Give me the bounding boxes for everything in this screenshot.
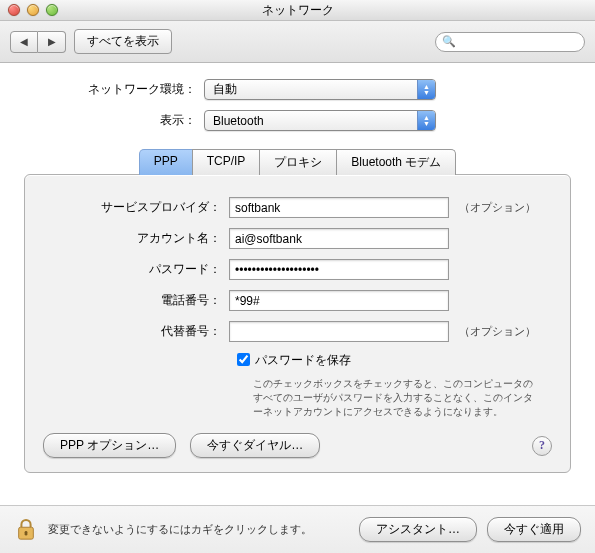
checkbox-save-password[interactable] [237,353,250,366]
optional-alt-phone: （オプション） [459,324,536,339]
row-alt-phone: 代替番号： （オプション） [43,321,552,342]
row-show: 表示： Bluetooth ▲▼ [24,110,571,131]
input-password[interactable] [229,259,449,280]
dial-now-button[interactable]: 今すぐダイヤル… [190,433,320,458]
popup-show[interactable]: Bluetooth ▲▼ [204,110,436,131]
footer: 変更できないようにするにはカギをクリックします。 アシスタント… 今すぐ適用 [0,505,595,553]
assistant-button[interactable]: アシスタント… [359,517,477,542]
label-account: アカウント名： [43,230,229,247]
search-field[interactable]: 🔍 [435,32,585,52]
tab-tcpip[interactable]: TCP/IP [192,149,261,175]
input-alt-phone[interactable] [229,321,449,342]
apply-now-button[interactable]: 今すぐ適用 [487,517,581,542]
chevron-updown-icon: ▲▼ [417,80,435,99]
popup-location[interactable]: 自動 ▲▼ [204,79,436,100]
label-provider: サービスプロバイダ： [43,199,229,216]
panel-button-row: PPP オプション… 今すぐダイヤル… ? [43,433,552,458]
show-all-button[interactable]: すべてを表示 [74,29,172,54]
label-save-password[interactable]: パスワードを保存 [255,352,351,369]
optional-provider: （オプション） [459,200,536,215]
popup-show-value: Bluetooth [213,114,264,128]
row-phone: 電話番号： [43,290,552,311]
search-icon: 🔍 [442,35,456,48]
tabbar: PPP TCP/IP プロキシ Bluetooth モデム [24,149,571,175]
popup-location-value: 自動 [213,81,237,98]
forward-button[interactable]: ▶ [38,31,66,53]
help-button[interactable]: ? [532,436,552,456]
search-input[interactable] [460,36,578,48]
ppp-panel: サービスプロバイダ： （オプション） アカウント名： パスワード： 電話番号： … [24,174,571,473]
chevron-updown-icon: ▲▼ [417,111,435,130]
input-phone[interactable] [229,290,449,311]
input-account[interactable] [229,228,449,249]
toolbar: ◀ ▶ すべてを表示 🔍 [0,21,595,63]
form-area: ネットワーク環境： 自動 ▲▼ 表示： Bluetooth ▲▼ PPP TCP… [0,63,595,473]
lock-icon[interactable] [14,516,38,544]
svg-rect-1 [25,530,28,535]
label-location: ネットワーク環境： [24,81,204,98]
tab-ppp[interactable]: PPP [139,149,193,175]
label-password: パスワード： [43,261,229,278]
row-provider: サービスプロバイダ： （オプション） [43,197,552,218]
row-location: ネットワーク環境： 自動 ▲▼ [24,79,571,100]
titlebar: ネットワーク [0,0,595,21]
nav-group: ◀ ▶ [10,31,66,53]
row-save-password: パスワードを保存 [237,352,552,369]
label-alt-phone: 代替番号： [43,323,229,340]
row-password: パスワード： [43,259,552,280]
label-phone: 電話番号： [43,292,229,309]
input-provider[interactable] [229,197,449,218]
label-show: 表示： [24,112,204,129]
row-account: アカウント名： [43,228,552,249]
back-button[interactable]: ◀ [10,31,38,53]
ppp-options-button[interactable]: PPP オプション… [43,433,176,458]
lock-text: 変更できないようにするにはカギをクリックします。 [48,522,349,537]
tab-proxy[interactable]: プロキシ [259,149,337,175]
hint-save-password: このチェックボックスをチェックすると、このコンピュータのすべてのユーザがパスワー… [253,377,542,419]
tab-bluetooth-modem[interactable]: Bluetooth モデム [336,149,456,175]
window-title: ネットワーク [0,2,595,19]
